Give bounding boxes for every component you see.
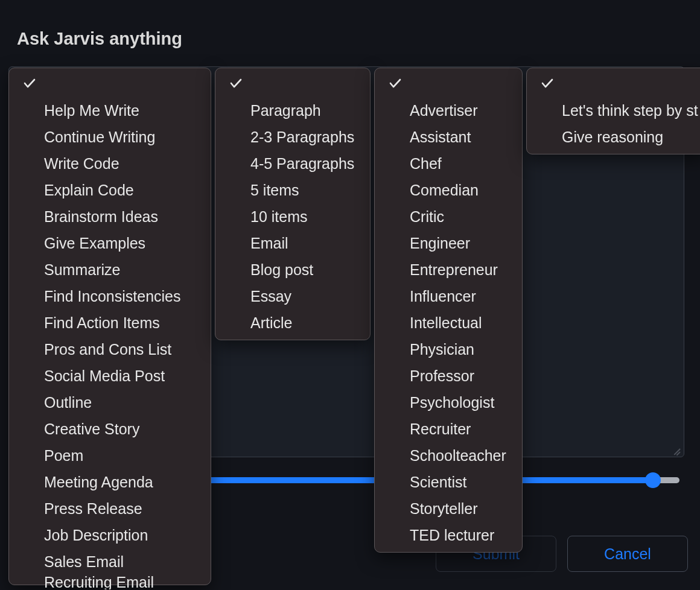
task-option[interactable]: Outline xyxy=(9,389,211,416)
check-icon xyxy=(540,76,555,93)
role-option[interactable]: Storyteller xyxy=(375,495,522,522)
task-option[interactable]: Poem xyxy=(9,442,211,469)
task-option[interactable]: Meeting Agenda xyxy=(9,469,211,495)
task-option[interactable]: Write Code xyxy=(9,150,211,177)
role-option[interactable]: Schoolteacher xyxy=(375,442,522,469)
check-icon xyxy=(22,76,37,93)
reasoning-option[interactable]: Let's think step by st xyxy=(527,97,700,124)
length-dropdown[interactable]: Paragraph 2-3 Paragraphs 4-5 Paragraphs … xyxy=(215,68,371,340)
length-option[interactable]: Blog post xyxy=(215,256,370,283)
length-option[interactable]: Paragraph xyxy=(215,97,370,124)
page-title: Ask Jarvis anything xyxy=(17,29,683,49)
task-option[interactable]: Social Media Post xyxy=(9,363,211,389)
task-option[interactable]: Brainstorm Ideas xyxy=(9,203,211,230)
role-option[interactable]: Comedian xyxy=(375,177,522,203)
reasoning-dropdown-selected[interactable] xyxy=(527,72,700,97)
reasoning-option[interactable]: Give reasoning xyxy=(527,124,700,150)
role-option[interactable]: Recruiter xyxy=(375,416,522,442)
task-option[interactable]: Summarize xyxy=(9,256,211,283)
length-option[interactable]: 4-5 Paragraphs xyxy=(215,150,370,177)
reasoning-dropdown[interactable]: Let's think step by st Give reasoning xyxy=(526,68,700,154)
role-option[interactable]: Professor xyxy=(375,363,522,389)
task-option[interactable]: Recruiting Email xyxy=(9,575,211,589)
length-option[interactable]: 10 items xyxy=(215,203,370,230)
slider-thumb[interactable] xyxy=(645,472,661,488)
task-option[interactable]: Continue Writing xyxy=(9,124,211,150)
check-icon xyxy=(388,76,402,93)
task-option[interactable]: Find Action Items xyxy=(9,309,211,336)
task-option[interactable]: Job Description xyxy=(9,522,211,548)
length-option[interactable]: Essay xyxy=(215,283,370,309)
task-option[interactable]: Help Me Write xyxy=(9,97,211,124)
role-option[interactable]: TED lecturer xyxy=(375,522,522,548)
role-option[interactable]: Psychologist xyxy=(375,389,522,416)
tasks-dropdown[interactable]: Help Me Write Continue Writing Write Cod… xyxy=(8,68,211,585)
role-dropdown-selected[interactable] xyxy=(375,72,522,97)
role-option[interactable]: Assistant xyxy=(375,124,522,150)
role-option[interactable]: Critic xyxy=(375,203,522,230)
task-option[interactable]: Give Examples xyxy=(9,230,211,256)
role-option[interactable]: Entrepreneur xyxy=(375,256,522,283)
cancel-button[interactable]: Cancel xyxy=(567,536,688,572)
task-option[interactable]: Find Inconsistencies xyxy=(9,283,211,309)
length-option[interactable]: Article xyxy=(215,309,370,336)
role-dropdown[interactable]: Advertiser Assistant Chef Comedian Criti… xyxy=(374,68,523,553)
role-option[interactable]: Physician xyxy=(375,336,522,363)
role-option[interactable]: Influencer xyxy=(375,283,522,309)
role-option[interactable]: Advertiser xyxy=(375,97,522,124)
tasks-dropdown-selected[interactable] xyxy=(9,72,211,97)
role-option[interactable]: Scientist xyxy=(375,469,522,495)
length-dropdown-selected[interactable] xyxy=(215,72,370,97)
task-option[interactable]: Creative Story xyxy=(9,416,211,442)
length-option[interactable]: 5 items xyxy=(215,177,370,203)
length-option[interactable]: Email xyxy=(215,230,370,256)
check-icon xyxy=(229,76,243,93)
role-option[interactable]: Chef xyxy=(375,150,522,177)
role-option[interactable]: Engineer xyxy=(375,230,522,256)
task-option[interactable]: Pros and Cons List xyxy=(9,336,211,363)
task-option[interactable]: Explain Code xyxy=(9,177,211,203)
length-option[interactable]: 2-3 Paragraphs xyxy=(215,124,370,150)
role-option[interactable]: Intellectual xyxy=(375,309,522,336)
task-option[interactable]: Sales Email xyxy=(9,548,211,575)
task-option[interactable]: Press Release xyxy=(9,495,211,522)
